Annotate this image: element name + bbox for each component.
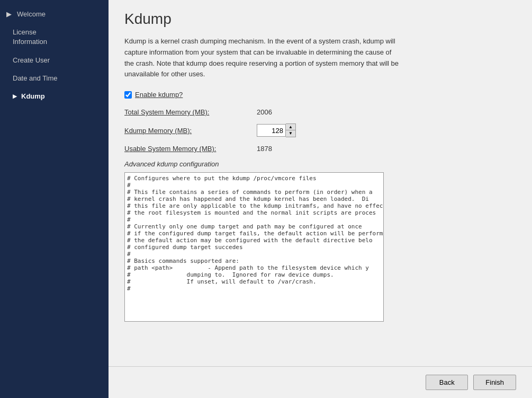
page-description: Kdump is a kernel crash dumping mechanis… [124, 36, 400, 80]
enable-row: Enable kdump? [124, 91, 516, 99]
sidebar-item-create-user[interactable]: Create User [0, 51, 109, 69]
total-memory-label: Total System Memory (MB): [124, 108, 257, 116]
sidebar-item-welcome[interactable]: ▶ Welcome [0, 5, 109, 23]
kdump-memory-spinner: ▲ ▼ [257, 123, 296, 137]
enable-text: nable kdump? [140, 91, 183, 99]
sidebar-item-license[interactable]: LicenseInformation [0, 23, 109, 51]
sidebar-item-date-time[interactable]: Date and Time [0, 69, 109, 87]
total-memory-row: Total System Memory (MB): 2006 [124, 108, 516, 116]
sidebar-label-create-user: Create User [13, 56, 50, 65]
config-text-area-container: # Configures where to put the kdump /pro… [124, 172, 384, 323]
spinner-buttons: ▲ ▼ [286, 123, 296, 137]
back-button[interactable]: Back [426, 375, 468, 390]
kdump-memory-input[interactable] [257, 124, 286, 137]
finish-button[interactable]: Finish [473, 375, 516, 390]
spinner-down-button[interactable]: ▼ [286, 130, 295, 137]
page-title: Kdump [124, 11, 516, 28]
config-textarea[interactable]: # Configures where to put the kdump /pro… [124, 172, 384, 322]
usable-memory-label: Usable System Memory (MB): [124, 145, 257, 153]
usable-underline-u: U [124, 145, 129, 153]
enable-underline-e: E [135, 91, 140, 99]
kdump-memory-label-text: dump Memory (MB): [129, 127, 192, 135]
arrow-icon: ▶ [13, 93, 17, 100]
content-area: Kdump Kdump is a kernel crash dumping me… [109, 0, 532, 366]
spinner-up-button[interactable]: ▲ [286, 124, 295, 130]
advanced-config-label: Advanced kdump configuration [124, 160, 516, 168]
sidebar-label-welcome: Welcome [17, 10, 46, 19]
kdump-memory-label: Kdump Memory (MB): [124, 127, 257, 135]
enable-kdump-checkbox[interactable] [124, 91, 132, 99]
usable-memory-label-text: sable System Memory (MB): [129, 145, 216, 153]
kdump-memory-row: Kdump Memory (MB): ▲ ▼ [124, 123, 516, 137]
usable-memory-row: Usable System Memory (MB): 1878 [124, 145, 516, 153]
usable-memory-value: 1878 [257, 145, 272, 153]
sidebar: ▶ Welcome LicenseInformation Create User… [0, 0, 109, 398]
sidebar-label-license: LicenseInformation [13, 28, 47, 47]
sidebar-item-kdump[interactable]: ▶ Kdump [0, 87, 109, 105]
bottom-bar: Back Finish [109, 366, 532, 398]
sidebar-label-kdump: Kdump [21, 92, 45, 101]
cursor-icon: ▶ [6, 10, 12, 19]
total-memory-value: 2006 [257, 108, 272, 116]
total-memory-label-text: otal System Memory (MB): [128, 108, 210, 116]
kdump-underline-k: K [124, 127, 129, 135]
sidebar-label-date-time: Date and Time [13, 74, 58, 83]
enable-kdump-label[interactable]: Enable kdump? [135, 91, 183, 99]
